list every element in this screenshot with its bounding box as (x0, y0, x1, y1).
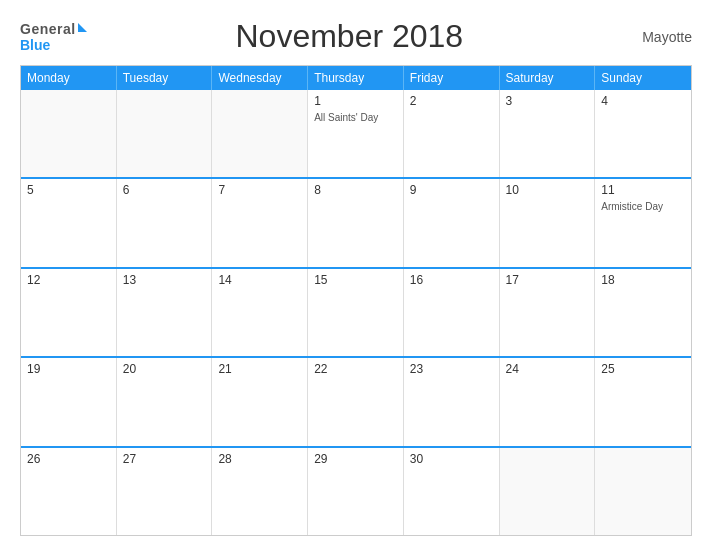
day-number: 29 (314, 452, 397, 466)
day-cell-w5-d7[interactable] (595, 448, 691, 535)
day-number: 4 (601, 94, 685, 108)
day-cell-w4-d1[interactable]: 19 (21, 358, 117, 445)
header-thursday: Thursday (308, 66, 404, 90)
day-cell-w2-d7[interactable]: 11Armistice Day (595, 179, 691, 266)
day-cell-w5-d1[interactable]: 26 (21, 448, 117, 535)
day-number: 25 (601, 362, 685, 376)
day-cell-w4-d7[interactable]: 25 (595, 358, 691, 445)
header-monday: Monday (21, 66, 117, 90)
day-cell-w2-d4[interactable]: 8 (308, 179, 404, 266)
day-cell-w1-d6[interactable]: 3 (500, 90, 596, 177)
day-cell-w2-d6[interactable]: 10 (500, 179, 596, 266)
day-number: 27 (123, 452, 206, 466)
header-saturday: Saturday (500, 66, 596, 90)
day-cell-w3-d5[interactable]: 16 (404, 269, 500, 356)
day-cell-w3-d4[interactable]: 15 (308, 269, 404, 356)
logo: General Blue (20, 21, 87, 53)
week-row-4: 19202122232425 (21, 358, 691, 447)
day-number: 28 (218, 452, 301, 466)
region-label: Mayotte (612, 29, 692, 45)
day-number: 22 (314, 362, 397, 376)
day-cell-w5-d5[interactable]: 30 (404, 448, 500, 535)
header: General Blue November 2018 Mayotte (20, 18, 692, 55)
day-cell-w1-d3[interactable] (212, 90, 308, 177)
day-number: 9 (410, 183, 493, 197)
day-cell-w1-d4[interactable]: 1All Saints' Day (308, 90, 404, 177)
day-number: 3 (506, 94, 589, 108)
day-number: 12 (27, 273, 110, 287)
day-number: 17 (506, 273, 589, 287)
day-cell-w2-d1[interactable]: 5 (21, 179, 117, 266)
day-number: 8 (314, 183, 397, 197)
day-cell-w1-d2[interactable] (117, 90, 213, 177)
day-cell-w4-d2[interactable]: 20 (117, 358, 213, 445)
day-number: 23 (410, 362, 493, 376)
week-row-2: 567891011Armistice Day (21, 179, 691, 268)
day-cell-w4-d4[interactable]: 22 (308, 358, 404, 445)
day-number: 30 (410, 452, 493, 466)
day-cell-w3-d6[interactable]: 17 (500, 269, 596, 356)
logo-blue-text: Blue (20, 37, 50, 53)
day-number: 6 (123, 183, 206, 197)
day-number: 10 (506, 183, 589, 197)
day-cell-w5-d3[interactable]: 28 (212, 448, 308, 535)
page: General Blue November 2018 Mayotte Monda… (0, 0, 712, 550)
day-cell-w4-d3[interactable]: 21 (212, 358, 308, 445)
day-headers-row: Monday Tuesday Wednesday Thursday Friday… (21, 66, 691, 90)
day-cell-w2-d5[interactable]: 9 (404, 179, 500, 266)
day-number: 14 (218, 273, 301, 287)
day-number: 11 (601, 183, 685, 197)
calendar-title: November 2018 (87, 18, 612, 55)
header-wednesday: Wednesday (212, 66, 308, 90)
day-cell-w2-d2[interactable]: 6 (117, 179, 213, 266)
day-cell-w5-d6[interactable] (500, 448, 596, 535)
week-row-5: 2627282930 (21, 448, 691, 536)
weeks-container: 1All Saints' Day234567891011Armistice Da… (21, 90, 691, 536)
day-cell-w3-d2[interactable]: 13 (117, 269, 213, 356)
day-number: 18 (601, 273, 685, 287)
day-cell-w1-d7[interactable]: 4 (595, 90, 691, 177)
logo-triangle-icon (78, 23, 87, 32)
day-number: 20 (123, 362, 206, 376)
day-number: 15 (314, 273, 397, 287)
day-cell-w4-d5[interactable]: 23 (404, 358, 500, 445)
week-row-3: 12131415161718 (21, 269, 691, 358)
day-number: 21 (218, 362, 301, 376)
calendar: Monday Tuesday Wednesday Thursday Friday… (20, 65, 692, 536)
header-friday: Friday (404, 66, 500, 90)
day-number: 7 (218, 183, 301, 197)
day-number: 2 (410, 94, 493, 108)
day-cell-w3-d1[interactable]: 12 (21, 269, 117, 356)
holiday-label: All Saints' Day (314, 112, 378, 123)
holiday-label: Armistice Day (601, 201, 663, 212)
day-cell-w5-d4[interactable]: 29 (308, 448, 404, 535)
day-number: 1 (314, 94, 397, 108)
day-cell-w5-d2[interactable]: 27 (117, 448, 213, 535)
day-cell-w3-d3[interactable]: 14 (212, 269, 308, 356)
header-tuesday: Tuesday (117, 66, 213, 90)
header-sunday: Sunday (595, 66, 691, 90)
day-cell-w2-d3[interactable]: 7 (212, 179, 308, 266)
day-cell-w1-d5[interactable]: 2 (404, 90, 500, 177)
day-number: 13 (123, 273, 206, 287)
day-number: 16 (410, 273, 493, 287)
day-number: 24 (506, 362, 589, 376)
day-cell-w3-d7[interactable]: 18 (595, 269, 691, 356)
logo-general-text: General (20, 21, 76, 37)
day-cell-w1-d1[interactable] (21, 90, 117, 177)
day-number: 19 (27, 362, 110, 376)
week-row-1: 1All Saints' Day234 (21, 90, 691, 179)
day-number: 5 (27, 183, 110, 197)
day-number: 26 (27, 452, 110, 466)
day-cell-w4-d6[interactable]: 24 (500, 358, 596, 445)
